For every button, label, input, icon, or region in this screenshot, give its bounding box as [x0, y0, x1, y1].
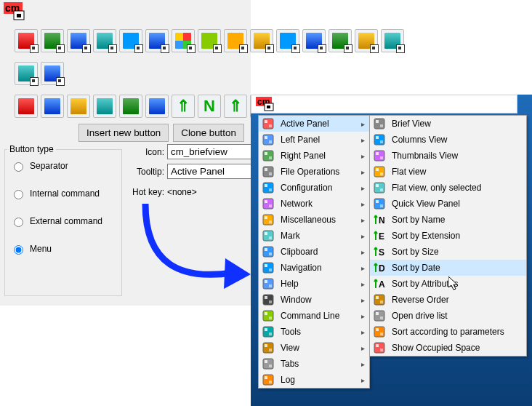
menu-item[interactable]: Window▸ [259, 292, 369, 308]
submenu-item[interactable]: Brief View [370, 116, 526, 132]
svg-rect-31 [269, 236, 272, 239]
menu-label: Sort according to parameters [392, 327, 522, 337]
radio-separator[interactable]: Separator [10, 160, 102, 172]
submenu-item[interactable]: NSort by Name [370, 212, 526, 228]
toolbar-btn[interactable] [302, 29, 326, 52]
menu-item[interactable]: Left Panel▸ [259, 132, 369, 148]
submenu-arrow-icon: ▸ [361, 360, 365, 368]
submenu-item[interactable]: Show Occupied Space [370, 340, 526, 356]
submenu-arrow-icon: ▸ [361, 136, 365, 144]
menu-item[interactable]: Tools▸ [259, 324, 369, 340]
toolbar-btn[interactable] [41, 29, 64, 52]
tooltip-input[interactable] [167, 164, 258, 179]
toolbar-btn[interactable] [15, 95, 38, 118]
toolbar-btn[interactable] [224, 29, 247, 52]
clone-button[interactable]: Clone button [173, 124, 244, 142]
toolbar-btn[interactable] [329, 29, 352, 52]
toolbar-btn[interactable] [15, 29, 38, 52]
svg-rect-27 [265, 216, 267, 219]
toolbar-btn[interactable] [15, 62, 38, 85]
submenu-item[interactable]: Reverse Order [370, 292, 526, 308]
submenu-item[interactable]: ASort by Attributes [370, 276, 526, 292]
menu-label: Flat view, only selected [392, 183, 522, 193]
svg-text:S: S [379, 247, 384, 258]
submenu-arrow-icon: ▸ [361, 328, 365, 336]
toolbar-btn[interactable] [93, 95, 116, 118]
submenu-item[interactable]: Open drive list [370, 308, 526, 324]
svg-rect-12 [265, 136, 267, 139]
svg-rect-92 [376, 344, 379, 347]
radio-internal[interactable]: Internal command [10, 188, 102, 199]
icon-label: Icon: [124, 147, 164, 157]
menu-item[interactable]: Help▸ [259, 276, 369, 292]
svg-rect-19 [269, 172, 272, 175]
menu-item[interactable]: Configuration▸ [259, 180, 369, 196]
submenu-item[interactable]: SSort by Size [370, 244, 526, 260]
toolbar-btn[interactable] [198, 29, 221, 52]
menu-label: Sort by Extension [392, 231, 522, 241]
main-menu: Active Panel▸Left Panel▸Right Panel▸File… [258, 115, 370, 389]
toolbar-btn[interactable] [250, 29, 273, 52]
menu-item[interactable]: Command Line▸ [259, 308, 369, 324]
submenu-arrow-icon: ▸ [361, 184, 365, 192]
submenu-item[interactable]: Quick View Panel [370, 196, 526, 212]
menu-label: Flat view [392, 167, 522, 177]
submenu-arrow-icon: ▸ [361, 248, 365, 256]
menu-label: Sort by Attributes [392, 279, 522, 289]
sort-arrow-up-icon[interactable]: ⇑ [172, 95, 195, 118]
svg-rect-87 [380, 317, 383, 319]
menu-item[interactable]: Mark▸ [259, 228, 369, 244]
submenu-item[interactable]: Flat view, only selected [370, 180, 526, 196]
menu-item[interactable]: Right Panel▸ [259, 148, 369, 164]
toolbar-btn[interactable] [145, 29, 169, 52]
menu-label: Tabs [281, 359, 358, 369]
menu-item[interactable]: File Operations▸ [259, 164, 369, 180]
sort-arrow-up-icon[interactable]: ⇑ [224, 95, 247, 118]
radio-external[interactable]: External command [10, 215, 102, 227]
insert-button[interactable]: Insert new button [78, 124, 169, 142]
toolbar-btn[interactable] [145, 95, 169, 118]
icon-input[interactable] [167, 144, 258, 159]
svg-text:N: N [379, 215, 385, 226]
toolbar-btn[interactable] [93, 29, 116, 52]
toolbar-btn[interactable] [276, 29, 299, 52]
hotkey-value: <none> [167, 187, 254, 197]
toolbar-btn[interactable] [41, 95, 64, 118]
toolbar-btn[interactable] [67, 95, 90, 118]
submenu-item[interactable]: Sort according to parameters [370, 324, 526, 340]
svg-rect-22 [269, 188, 272, 191]
toolbar-btn[interactable] [172, 29, 195, 52]
submenu-item[interactable]: Thumbnails View [370, 148, 526, 164]
menu-label: Show Occupied Space [392, 343, 522, 353]
toolbar-btn[interactable] [381, 29, 404, 52]
submenu-arrow-icon: ▸ [361, 312, 365, 320]
radio-menu[interactable]: Menu [10, 243, 102, 255]
toolbar-btn[interactable] [41, 62, 64, 85]
button-type-radios: Separator Internal command External comm… [10, 160, 102, 255]
submenu-item[interactable]: Flat view [370, 164, 526, 180]
toolbar-btn[interactable] [67, 29, 90, 52]
menu-item[interactable]: Clipboard▸ [259, 244, 369, 260]
toolbar-btn[interactable] [355, 29, 378, 52]
svg-rect-76 [380, 204, 383, 207]
menu-item[interactable]: Log▸ [259, 372, 369, 388]
menu-icon: E [373, 229, 386, 242]
svg-rect-18 [265, 168, 267, 171]
toolbar-btn[interactable] [119, 95, 142, 118]
submenu-item[interactable]: ESort by Extension [370, 228, 526, 244]
menu-item[interactable]: Tabs▸ [259, 356, 369, 372]
menu-icon [262, 213, 275, 226]
menu-icon [373, 293, 386, 306]
menu-icon: S [373, 245, 386, 258]
svg-rect-13 [269, 140, 272, 143]
sort-letter-n[interactable]: N [198, 95, 221, 118]
menu-item[interactable]: Active Panel▸ [259, 116, 369, 132]
submenu-item[interactable]: Columns View [370, 132, 526, 148]
menu-item[interactable]: Miscellaneous▸ [259, 212, 369, 228]
menu-item[interactable]: View▸ [259, 340, 369, 356]
submenu-item[interactable]: DSort by Date [370, 260, 526, 276]
toolbar-btn[interactable] [119, 29, 142, 52]
menu-item[interactable]: Network▸ [259, 196, 369, 212]
menu-item[interactable]: Navigation▸ [259, 260, 369, 276]
svg-rect-83 [376, 296, 379, 299]
